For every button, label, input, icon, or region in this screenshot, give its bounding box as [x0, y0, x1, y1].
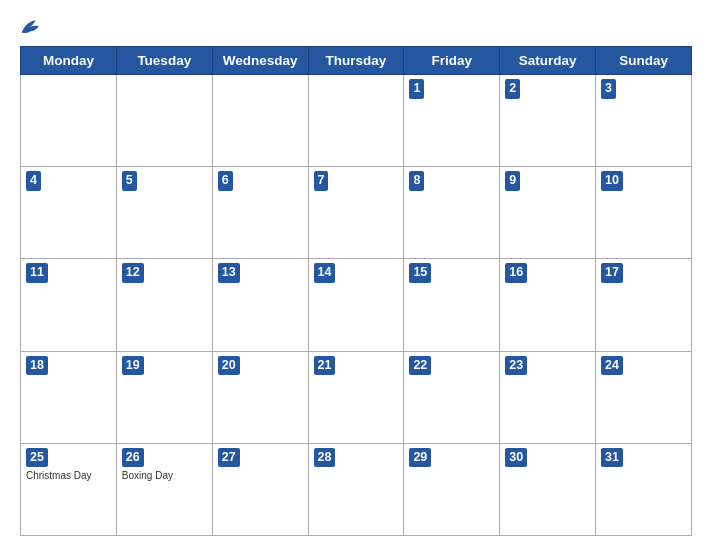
calendar-day-cell: [212, 75, 308, 167]
day-number: 2: [505, 79, 520, 99]
day-header-tuesday: Tuesday: [116, 47, 212, 75]
logo-bird-icon: [20, 18, 42, 36]
day-number: 21: [314, 356, 336, 376]
calendar-day-cell: [116, 75, 212, 167]
calendar-header-row: MondayTuesdayWednesdayThursdayFridaySatu…: [21, 47, 692, 75]
day-number: 16: [505, 263, 527, 283]
day-number: 13: [218, 263, 240, 283]
calendar-day-cell: 26Boxing Day: [116, 443, 212, 535]
calendar-table: MondayTuesdayWednesdayThursdayFridaySatu…: [20, 46, 692, 536]
calendar-day-cell: 20: [212, 351, 308, 443]
calendar-day-cell: 16: [500, 259, 596, 351]
day-number: 26: [122, 448, 144, 468]
calendar-week-row: 25Christmas Day26Boxing Day2728293031: [21, 443, 692, 535]
calendar-day-cell: 14: [308, 259, 404, 351]
day-number: 3: [601, 79, 616, 99]
calendar-day-cell: 1: [404, 75, 500, 167]
day-number: 30: [505, 448, 527, 468]
header: [20, 18, 692, 36]
calendar-week-row: 45678910: [21, 167, 692, 259]
day-number: 9: [505, 171, 520, 191]
day-number: 8: [409, 171, 424, 191]
calendar-day-cell: 18: [21, 351, 117, 443]
day-number: 12: [122, 263, 144, 283]
calendar-day-cell: 17: [596, 259, 692, 351]
day-number: 23: [505, 356, 527, 376]
calendar-day-cell: 8: [404, 167, 500, 259]
holiday-label: Christmas Day: [26, 470, 111, 481]
calendar-day-cell: 15: [404, 259, 500, 351]
logo: [20, 18, 44, 36]
calendar-day-cell: 10: [596, 167, 692, 259]
day-number: 14: [314, 263, 336, 283]
day-number: 7: [314, 171, 329, 191]
holiday-label: Boxing Day: [122, 470, 207, 481]
calendar-day-cell: 28: [308, 443, 404, 535]
day-number: 10: [601, 171, 623, 191]
day-header-sunday: Sunday: [596, 47, 692, 75]
calendar-day-cell: 19: [116, 351, 212, 443]
day-header-thursday: Thursday: [308, 47, 404, 75]
day-number: 15: [409, 263, 431, 283]
day-number: 31: [601, 448, 623, 468]
day-number: 6: [218, 171, 233, 191]
logo-blue-text: [20, 18, 44, 36]
calendar-day-cell: 7: [308, 167, 404, 259]
calendar-day-cell: 11: [21, 259, 117, 351]
day-number: 5: [122, 171, 137, 191]
calendar-day-cell: 2: [500, 75, 596, 167]
calendar-day-cell: 31: [596, 443, 692, 535]
day-number: 22: [409, 356, 431, 376]
calendar-day-cell: 24: [596, 351, 692, 443]
day-number: 11: [26, 263, 48, 283]
day-number: 17: [601, 263, 623, 283]
calendar-day-cell: 29: [404, 443, 500, 535]
day-number: 27: [218, 448, 240, 468]
day-number: 19: [122, 356, 144, 376]
calendar-day-cell: [308, 75, 404, 167]
calendar-day-cell: 30: [500, 443, 596, 535]
calendar-day-cell: 27: [212, 443, 308, 535]
day-header-friday: Friday: [404, 47, 500, 75]
day-header-saturday: Saturday: [500, 47, 596, 75]
day-number: 20: [218, 356, 240, 376]
calendar-day-cell: 3: [596, 75, 692, 167]
calendar-day-cell: 23: [500, 351, 596, 443]
calendar-day-cell: 22: [404, 351, 500, 443]
day-number: 28: [314, 448, 336, 468]
day-header-monday: Monday: [21, 47, 117, 75]
day-number: 25: [26, 448, 48, 468]
calendar-day-cell: 4: [21, 167, 117, 259]
day-number: 24: [601, 356, 623, 376]
calendar-week-row: 123: [21, 75, 692, 167]
calendar-week-row: 18192021222324: [21, 351, 692, 443]
day-number: 4: [26, 171, 41, 191]
calendar-day-cell: 6: [212, 167, 308, 259]
calendar-day-cell: 12: [116, 259, 212, 351]
calendar-day-cell: 25Christmas Day: [21, 443, 117, 535]
calendar-week-row: 11121314151617: [21, 259, 692, 351]
day-number: 1: [409, 79, 424, 99]
calendar-day-cell: 5: [116, 167, 212, 259]
calendar-day-cell: 21: [308, 351, 404, 443]
calendar-day-cell: [21, 75, 117, 167]
day-header-wednesday: Wednesday: [212, 47, 308, 75]
calendar-day-cell: 9: [500, 167, 596, 259]
day-number: 18: [26, 356, 48, 376]
calendar-day-cell: 13: [212, 259, 308, 351]
day-number: 29: [409, 448, 431, 468]
